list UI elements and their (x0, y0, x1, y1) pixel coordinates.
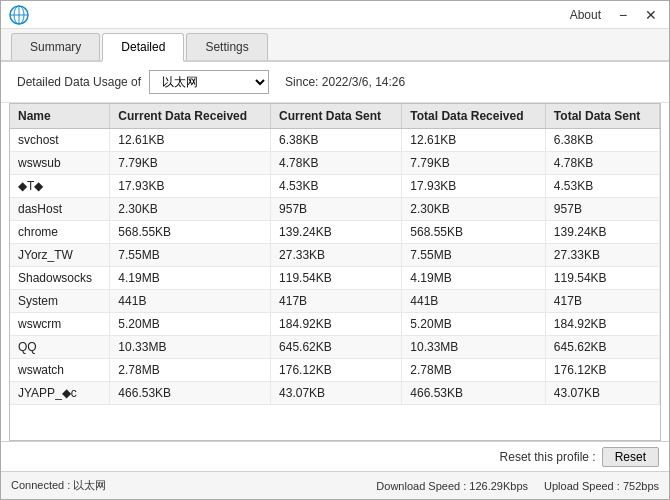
cell-cur-recv: 10.33MB (110, 336, 271, 359)
cell-name: wswsub (10, 152, 110, 175)
cell-name: dasHost (10, 198, 110, 221)
reset-button[interactable]: Reset (602, 447, 659, 467)
cell-tot-recv: 441B (402, 290, 546, 313)
cell-tot-sent: 957B (545, 198, 659, 221)
detailed-label: Detailed Data Usage of (17, 75, 141, 89)
table-row: wswatch 2.78MB 176.12KB 2.78MB 176.12KB (10, 359, 660, 382)
cell-tot-sent: 27.33KB (545, 244, 659, 267)
table-row: dasHost 2.30KB 957B 2.30KB 957B (10, 198, 660, 221)
cell-tot-recv: 568.55KB (402, 221, 546, 244)
cell-name: chrome (10, 221, 110, 244)
app-icon (9, 5, 29, 25)
cell-cur-sent: 139.24KB (271, 221, 402, 244)
table-row: svchost 12.61KB 6.38KB 12.61KB 6.38KB (10, 129, 660, 152)
table-row: System 441B 417B 441B 417B (10, 290, 660, 313)
network-dropdown[interactable]: 以太网 (149, 70, 269, 94)
cell-cur-sent: 184.92KB (271, 313, 402, 336)
cell-name: JYorz_TW (10, 244, 110, 267)
tab-summary[interactable]: Summary (11, 33, 100, 60)
cell-cur-recv: 7.55MB (110, 244, 271, 267)
cell-name: JYAPP_◆c (10, 382, 110, 405)
cell-tot-recv: 466.53KB (402, 382, 546, 405)
cell-name: Shadowsocks (10, 267, 110, 290)
cell-tot-recv: 12.61KB (402, 129, 546, 152)
download-speed: Download Speed : 126.29Kbps (376, 480, 528, 492)
cell-cur-recv: 2.30KB (110, 198, 271, 221)
cell-cur-recv: 568.55KB (110, 221, 271, 244)
cell-cur-sent: 27.33KB (271, 244, 402, 267)
table-row: ◆T◆ 17.93KB 4.53KB 17.93KB 4.53KB (10, 175, 660, 198)
table-row: Shadowsocks 4.19MB 119.54KB 4.19MB 119.5… (10, 267, 660, 290)
cell-tot-recv: 2.30KB (402, 198, 546, 221)
cell-name: svchost (10, 129, 110, 152)
cell-cur-recv: 4.19MB (110, 267, 271, 290)
cell-cur-recv: 17.93KB (110, 175, 271, 198)
cell-cur-recv: 466.53KB (110, 382, 271, 405)
cell-cur-sent: 43.07KB (271, 382, 402, 405)
table-row: wswcrm 5.20MB 184.92KB 5.20MB 184.92KB (10, 313, 660, 336)
cell-cur-sent: 645.62KB (271, 336, 402, 359)
cell-tot-sent: 417B (545, 290, 659, 313)
cell-cur-recv: 441B (110, 290, 271, 313)
upload-speed: Upload Speed : 752bps (544, 480, 659, 492)
cell-tot-sent: 645.62KB (545, 336, 659, 359)
cell-cur-recv: 5.20MB (110, 313, 271, 336)
cell-name: System (10, 290, 110, 313)
cell-tot-recv: 5.20MB (402, 313, 546, 336)
cell-tot-recv: 7.79KB (402, 152, 546, 175)
reset-bar: Reset this profile : Reset (1, 441, 669, 471)
table-row: chrome 568.55KB 139.24KB 568.55KB 139.24… (10, 221, 660, 244)
cell-tot-sent: 4.78KB (545, 152, 659, 175)
cell-cur-recv: 7.79KB (110, 152, 271, 175)
cell-cur-sent: 957B (271, 198, 402, 221)
col-name: Name (10, 104, 110, 129)
cell-name: wswatch (10, 359, 110, 382)
cell-tot-recv: 10.33MB (402, 336, 546, 359)
cell-tot-sent: 43.07KB (545, 382, 659, 405)
cell-cur-sent: 4.53KB (271, 175, 402, 198)
cell-cur-recv: 12.61KB (110, 129, 271, 152)
cell-tot-sent: 176.12KB (545, 359, 659, 382)
cell-cur-sent: 176.12KB (271, 359, 402, 382)
col-tot-recv: Total Data Received (402, 104, 546, 129)
table-row: JYorz_TW 7.55MB 27.33KB 7.55MB 27.33KB (10, 244, 660, 267)
cell-cur-sent: 6.38KB (271, 129, 402, 152)
cell-cur-sent: 417B (271, 290, 402, 313)
table-row: JYAPP_◆c 466.53KB 43.07KB 466.53KB 43.07… (10, 382, 660, 405)
connected-status: Connected : 以太网 (11, 478, 106, 493)
cell-cur-sent: 4.78KB (271, 152, 402, 175)
col-tot-sent: Total Data Sent (545, 104, 659, 129)
cell-tot-sent: 139.24KB (545, 221, 659, 244)
minimize-button[interactable]: − (613, 6, 633, 24)
cell-tot-sent: 6.38KB (545, 129, 659, 152)
cell-tot-sent: 119.54KB (545, 267, 659, 290)
cell-name: wswcrm (10, 313, 110, 336)
data-table: Name Current Data Received Current Data … (9, 103, 661, 441)
cell-tot-recv: 4.19MB (402, 267, 546, 290)
since-label: Since: 2022/3/6, 14:26 (285, 75, 405, 89)
close-button[interactable]: ✕ (641, 6, 661, 24)
cell-tot-recv: 2.78MB (402, 359, 546, 382)
cell-tot-recv: 7.55MB (402, 244, 546, 267)
cell-tot-sent: 4.53KB (545, 175, 659, 198)
status-bar: Connected : 以太网 Download Speed : 126.29K… (1, 471, 669, 499)
cell-cur-recv: 2.78MB (110, 359, 271, 382)
tab-bar: Summary Detailed Settings (1, 29, 669, 62)
table-row: QQ 10.33MB 645.62KB 10.33MB 645.62KB (10, 336, 660, 359)
window-title: About (570, 8, 601, 22)
cell-cur-sent: 119.54KB (271, 267, 402, 290)
col-cur-sent: Current Data Sent (271, 104, 402, 129)
cell-tot-recv: 17.93KB (402, 175, 546, 198)
col-cur-recv: Current Data Received (110, 104, 271, 129)
toolbar: Detailed Data Usage of 以太网 Since: 2022/3… (1, 62, 669, 103)
table-row: wswsub 7.79KB 4.78KB 7.79KB 4.78KB (10, 152, 660, 175)
tab-settings[interactable]: Settings (186, 33, 267, 60)
cell-tot-sent: 184.92KB (545, 313, 659, 336)
reset-label: Reset this profile : (500, 450, 596, 464)
tab-detailed[interactable]: Detailed (102, 33, 184, 62)
cell-name: ◆T◆ (10, 175, 110, 198)
cell-name: QQ (10, 336, 110, 359)
